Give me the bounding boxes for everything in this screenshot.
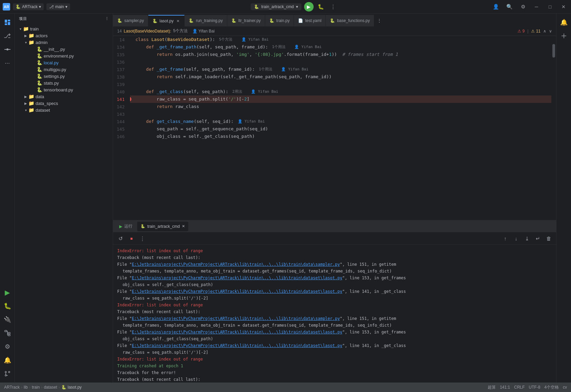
- activity-commit[interactable]: [1, 43, 14, 56]
- tab-train[interactable]: 🐍 train.py: [265, 15, 294, 26]
- tree-item-train[interactable]: ▾ 📁 train: [15, 25, 113, 32]
- bottom-panel: ▶ 运行 🐍 train_artrack_cmd ✕ ↺ ■ ⋮ ↑ ↓ ⤓ ↵: [113, 220, 556, 383]
- status-supercomputer[interactable]: 超算: [488, 385, 496, 390]
- badge-sep: |: [527, 29, 528, 34]
- bottom-tab-train-cmd[interactable]: 🐍 train_artrack_cmd ✕: [137, 222, 188, 231]
- link-lasot-2[interactable]: E:\Jetbrains\project\PyCharmProject\ARTr…: [132, 289, 342, 294]
- tree-item-environment[interactable]: 🐍 environment.py: [15, 52, 113, 59]
- py-icon-local: 🐍: [37, 60, 42, 65]
- scroll-down[interactable]: ↓: [511, 234, 521, 243]
- folder-icon-train: 📁: [23, 26, 29, 31]
- status-bar-left: ARTrack › lib › train › dataset › 🐍 laso…: [4, 385, 82, 390]
- project-dropdown[interactable]: 🐍 ARTrack ▾: [13, 3, 44, 10]
- link-sampler-1[interactable]: E:\Jetbrains\project\PyCharmProject\ARTr…: [132, 262, 340, 267]
- status-supercomputer-label: 超算: [488, 385, 496, 390]
- bottom-tab-close[interactable]: ✕: [182, 224, 185, 228]
- breadcrumb-dataset[interactable]: dataset: [44, 385, 57, 390]
- maximize-button[interactable]: □: [545, 2, 555, 12]
- tab-test-yaml[interactable]: 📄 test.yaml: [294, 15, 326, 26]
- tree-item-multigpu[interactable]: 🐍 multigpu.py: [15, 66, 113, 73]
- terminal-restart[interactable]: ↺: [116, 234, 125, 243]
- sidebar-title: 项目: [19, 16, 27, 21]
- scroll-to-end[interactable]: ⤓: [522, 234, 532, 243]
- soft-wrap[interactable]: ↵: [533, 234, 543, 243]
- sidebar-menu[interactable]: ⋮: [105, 17, 109, 21]
- tree-arrow-admin: ▾: [23, 40, 28, 45]
- right-git-diff[interactable]: [558, 30, 570, 42]
- fold-up[interactable]: ∧: [543, 29, 546, 34]
- link-lasot-3[interactable]: E:\Jetbrains\project\PyCharmProject\ARTr…: [132, 330, 342, 334]
- breadcrumb-lib[interactable]: lib: [24, 385, 28, 390]
- tree-item-local[interactable]: 🐍 local.py: [15, 59, 113, 66]
- code-line-144: def get_class_name(self, seq_id): 👤 Yifa…: [130, 118, 551, 125]
- gutter-134: 134: [113, 43, 127, 51]
- breadcrumb-file[interactable]: 🐍 lasot.py: [61, 385, 82, 390]
- search-icon[interactable]: 🔍: [505, 2, 514, 12]
- fold-down[interactable]: ∨: [549, 29, 552, 34]
- close-button[interactable]: ✕: [559, 2, 568, 12]
- terminal-line-12: template_frames, template_anno, meta_obj…: [117, 322, 552, 329]
- run-button[interactable]: ▶: [304, 2, 314, 12]
- title-bar-right: 👤 🔍 ⚙ ─ □ ✕: [491, 2, 568, 12]
- status-position[interactable]: 141:1: [500, 385, 510, 390]
- bottom-tab-run[interactable]: ▶ 运行: [116, 222, 136, 231]
- branch-dropdown[interactable]: ⎇ main ▾: [46, 3, 70, 10]
- more-run-options[interactable]: ⋮: [329, 2, 338, 12]
- terminal-line-6: obj_class = self._get_class(seq_path): [117, 281, 552, 288]
- scrollbar-thumb[interactable]: [552, 44, 555, 58]
- link-sampler-2[interactable]: E:\Jetbrains\project\PyCharmProject\ARTr…: [132, 316, 340, 321]
- breadcrumb-train[interactable]: train: [32, 385, 40, 390]
- status-indent[interactable]: 4个空格: [544, 385, 559, 390]
- debug-button[interactable]: 🐛: [316, 2, 326, 12]
- status-encoding[interactable]: UTF-8: [529, 385, 540, 390]
- tab-close-lasot[interactable]: ✕: [175, 19, 180, 23]
- activity-structure[interactable]: [1, 327, 14, 339]
- scroll-up[interactable]: ↑: [501, 234, 510, 243]
- tab-label-lasot: lasot.py: [160, 19, 173, 23]
- tab-more-button[interactable]: ⋮: [374, 15, 384, 26]
- activity-vcs[interactable]: ⎇: [1, 30, 14, 42]
- tree-item-data[interactable]: ▶ 📁 data: [15, 93, 113, 100]
- tree-item-init[interactable]: 🐍 __init__.py: [15, 46, 113, 52]
- activity-run[interactable]: ▶: [1, 286, 14, 299]
- terminal-stop[interactable]: ■: [127, 234, 136, 243]
- code-line-145: seq_path = self._get_sequence_path(seq_i…: [130, 125, 551, 133]
- tree-item-admin[interactable]: ▾ 📁 admin: [15, 39, 113, 46]
- right-notifications[interactable]: 🔔: [558, 16, 570, 28]
- activity-bar: ⎇ ··· ▶ 🐛 🔌 ⚙ 🔔: [0, 14, 15, 383]
- code-line-14: class Lasot(BaseVideoDataset): 5个方法 👤 Yi…: [130, 36, 551, 43]
- tree-arrow-dataset: ▾: [23, 107, 28, 113]
- tab-lasot[interactable]: 🐍 lasot.py ✕: [148, 15, 185, 26]
- tab-label-base-functions: base_functions.py: [337, 18, 370, 23]
- tree-item-dataset[interactable]: ▾ 📁 dataset: [15, 107, 113, 113]
- tab-run-training[interactable]: 🐍 run_training.py: [185, 15, 227, 26]
- activity-notifications[interactable]: 🔔: [1, 354, 14, 366]
- settings-icon[interactable]: ⚙: [518, 2, 528, 12]
- activity-git[interactable]: [1, 368, 14, 380]
- activity-plugins[interactable]: 🔌: [1, 313, 14, 326]
- tab-ltr-trainer[interactable]: 🐍 ltr_trainer.py: [227, 15, 265, 26]
- activity-more[interactable]: ···: [1, 57, 14, 69]
- tree-item-stats[interactable]: 🐍 stats.py: [15, 80, 113, 86]
- link-lasot-4[interactable]: E:\Jetbrains\project\PyCharmProject\ARTr…: [132, 343, 342, 348]
- tree-item-actors[interactable]: ▶ 📁 actors: [15, 32, 113, 39]
- activity-debug[interactable]: 🐛: [1, 300, 14, 312]
- activity-project[interactable]: [1, 16, 14, 28]
- status-line-ending[interactable]: CRLF: [514, 385, 525, 390]
- activity-settings[interactable]: ⚙: [1, 341, 14, 353]
- tab-sampler[interactable]: 🐍 sampler.py: [113, 15, 148, 26]
- terminal-more[interactable]: ⋮: [138, 234, 147, 243]
- tab-base-functions[interactable]: 🐍 base_functions.py: [326, 15, 374, 26]
- tree-item-settings[interactable]: 🐍 settings.py: [15, 73, 113, 80]
- minimize-button[interactable]: ─: [532, 2, 541, 12]
- link-lasot-1[interactable]: E:\Jetbrains\project\PyCharmProject\ARTr…: [132, 276, 342, 280]
- clear-output[interactable]: 🗑: [544, 234, 553, 243]
- tree-item-tensorboard[interactable]: 🐍 tensorboard.py: [15, 86, 113, 93]
- tree-item-data-specs[interactable]: ▶ 📁 data_specs: [15, 100, 113, 107]
- user-icon[interactable]: 👤: [491, 2, 501, 12]
- status-filetype[interactable]: cv: [563, 385, 567, 390]
- status-encoding-label: UTF-8: [529, 385, 540, 390]
- editor-scrollbar[interactable]: [551, 36, 556, 220]
- tab-icon-ltr-trainer: 🐍: [231, 18, 236, 23]
- breadcrumb-artrack[interactable]: ARTrack: [4, 385, 20, 390]
